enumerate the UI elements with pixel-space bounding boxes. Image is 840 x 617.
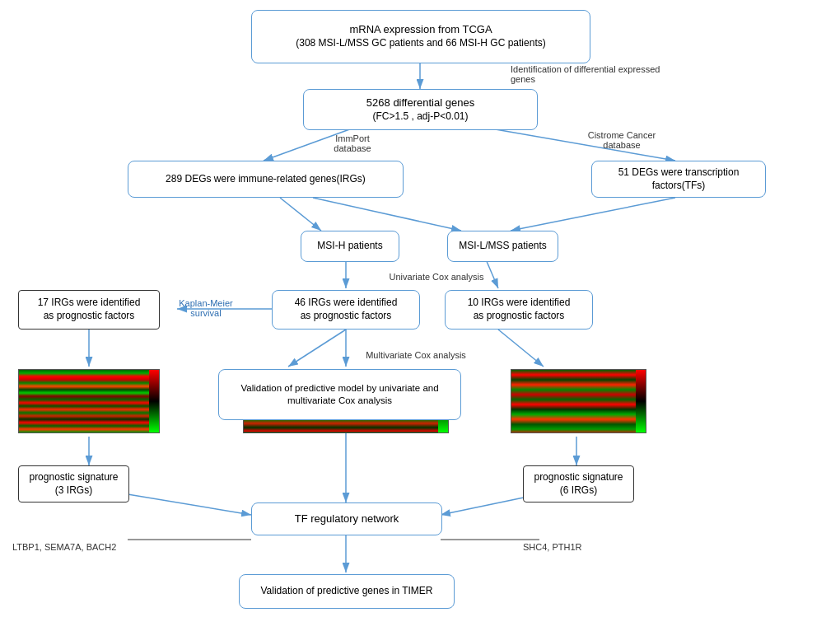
msi-lmss-box: MSI-L/MSS patients xyxy=(447,231,558,262)
irg17-line1: 17 IRGs were identified xyxy=(38,297,141,310)
heatmap-left xyxy=(18,369,160,433)
irg10-line1: 10 IRGs were identified xyxy=(468,297,571,310)
irg46-line1: 46 IRGs were identified xyxy=(295,297,398,310)
svg-line-5 xyxy=(280,198,321,231)
tf-network-box: TF regulatory network xyxy=(251,502,442,535)
tfs-text: 51 DEGs were transcription factors(TFs) xyxy=(599,166,758,192)
diff-line2: (FC>1.5 , adj-P<0.01) xyxy=(366,110,474,124)
timer-box: Validation of predictive genes in TIMER xyxy=(239,574,455,609)
tfs-box: 51 DEGs were transcription factors(TFs) xyxy=(591,161,766,198)
validation-model-box: Validation of predictive model by univar… xyxy=(218,369,461,420)
irgs-text: 289 DEGs were immune-related genes(IRGs) xyxy=(166,173,366,186)
svg-line-22 xyxy=(511,198,675,231)
tcga-line2: (308 MSI-L/MSS GC patients and 66 MSI-H … xyxy=(296,37,545,50)
svg-line-6 xyxy=(313,198,461,231)
heatmap-right xyxy=(511,369,646,433)
id-diff-label: Identification of differential expressed… xyxy=(511,64,675,84)
prog6-line2: (6 IRGs) xyxy=(534,484,623,498)
diff-genes-box: 5268 differential genes (FC>1.5 , adj-P<… xyxy=(303,89,538,130)
prog-sig-6-box: prognostic signature (6 IRGs) xyxy=(523,465,634,502)
svg-line-17 xyxy=(128,494,251,515)
shc4-label: SHC4, PTH1R xyxy=(523,542,630,552)
flowchart-diagram: mRNA expression from TCGA (308 MSI-L/MSS… xyxy=(0,0,840,617)
prog3-line2: (3 IRGs) xyxy=(29,484,118,498)
prog6-line1: prognostic signature xyxy=(534,471,623,484)
val-line2: multivariate Cox analysis xyxy=(240,395,438,407)
val-line1: Validation of predictive model by univar… xyxy=(240,382,438,395)
irg10-line2: as prognostic factors xyxy=(468,310,571,323)
svg-line-11 xyxy=(498,330,544,367)
timer-text: Validation of predictive genes in TIMER xyxy=(261,585,433,598)
prog3-line1: prognostic signature xyxy=(29,471,118,484)
cistrome-label: Cistrome Cancerdatabase xyxy=(576,130,667,150)
irg-17-box: 17 IRGs were identified as prognostic fa… xyxy=(18,290,160,330)
tcga-line1: mRNA expression from TCGA xyxy=(296,23,545,37)
kaplan-label: Kaplan-Meiersurvival xyxy=(161,298,251,318)
diff-line1: 5268 differential genes xyxy=(366,96,474,110)
irg-46-box: 46 IRGs were identified as prognostic fa… xyxy=(272,290,420,330)
immport-label: ImmPortdatabase xyxy=(320,133,385,153)
tcga-box: mRNA expression from TCGA (308 MSI-L/MSS… xyxy=(251,10,590,63)
tf-network-text: TF regulatory network xyxy=(295,512,399,526)
svg-line-9 xyxy=(288,330,346,367)
prog-sig-3-box: prognostic signature (3 IRGs) xyxy=(18,465,129,502)
irg-10-box: 10 IRGs were identified as prognostic fa… xyxy=(445,290,593,330)
msi-lmss-text: MSI-L/MSS patients xyxy=(459,240,547,253)
irg46-line2: as prognostic factors xyxy=(295,310,398,323)
irgs-box: 289 DEGs were immune-related genes(IRGs) xyxy=(128,161,404,198)
univariate-label: Univariate Cox analysis xyxy=(354,272,519,282)
msi-h-box: MSI-H patients xyxy=(301,231,399,262)
multivariate-label: Multivariate Cox analysis xyxy=(329,350,502,360)
irg17-line2: as prognostic factors xyxy=(38,310,141,323)
msi-h-text: MSI-H patients xyxy=(317,240,382,253)
ltbp1-label: LTBP1, SEMA7A, BACH2 xyxy=(12,542,152,552)
